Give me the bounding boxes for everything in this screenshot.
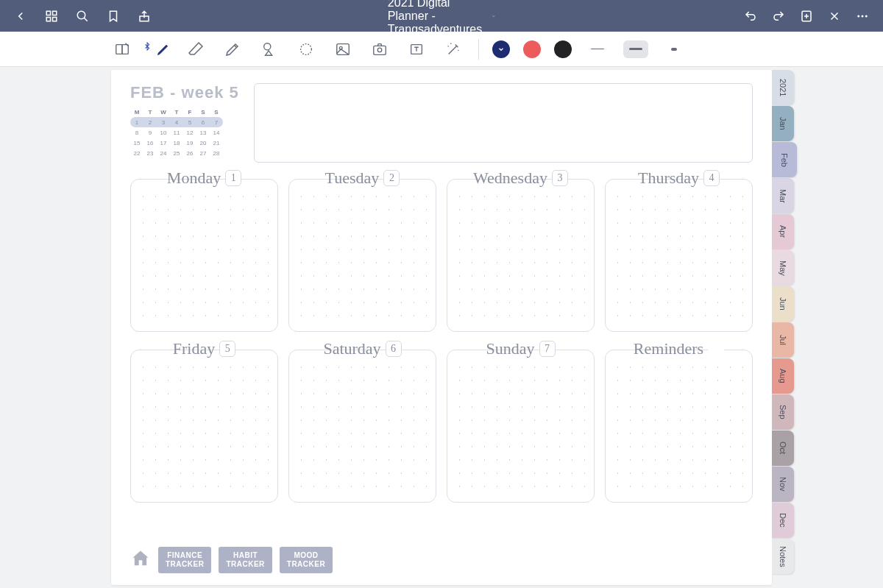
eraser-tool-icon[interactable] [184, 38, 208, 61]
day-number: 3 [552, 170, 568, 186]
color-blue[interactable] [492, 40, 510, 58]
day-name: Monday [167, 169, 221, 188]
tab-jan[interactable]: Jan [772, 106, 794, 141]
tab-feb[interactable]: Feb [772, 142, 797, 177]
day-card-thursday[interactable]: Thursday 4 [605, 171, 753, 332]
svg-point-12 [264, 43, 271, 49]
day-card-friday[interactable]: Friday 5 [130, 342, 278, 503]
tab-mar[interactable]: Mar [772, 178, 794, 213]
close-icon[interactable] [827, 9, 842, 24]
svg-point-9 [865, 15, 868, 17]
pen-tool-icon[interactable] [147, 38, 171, 61]
tab-notes[interactable]: Notes [772, 539, 794, 574]
weekly-notes-box[interactable] [254, 83, 753, 163]
bluetooth-icon [143, 40, 152, 52]
day-number: 2 [383, 170, 400, 186]
tracker-finance[interactable]: FINANCETRACKER [158, 547, 211, 573]
svg-rect-10 [116, 44, 122, 54]
toolbar [0, 32, 883, 67]
svg-point-13 [301, 43, 312, 54]
day-number: 7 [539, 341, 556, 357]
day-name: Wednesday [473, 169, 547, 188]
undo-icon[interactable] [743, 9, 758, 24]
svg-rect-3 [53, 17, 57, 21]
document-title[interactable]: 2021 Digital Planner - Trangsadventures [388, 0, 495, 36]
bookmark-icon[interactable] [106, 9, 121, 24]
svg-rect-2 [46, 17, 50, 21]
line-dot[interactable] [662, 40, 687, 58]
tracker-mood[interactable]: MOODTRACKER [280, 547, 333, 573]
tab-dec[interactable]: Dec [772, 503, 794, 538]
day-name: Saturday [323, 339, 380, 358]
line-medium[interactable] [623, 40, 648, 58]
tab-sep[interactable]: Sep [772, 394, 794, 430]
planner-page: FEB - week 5 MTWTFSS12345678910111213141… [111, 70, 772, 585]
day-name: Tuesday [325, 169, 380, 188]
image-tool-icon[interactable] [331, 38, 355, 61]
tab-jun[interactable]: Jun [772, 286, 794, 322]
mini-calendar[interactable]: MTWTFSS123456789101112131415161718192021… [130, 107, 239, 158]
tab-nov[interactable]: Nov [772, 467, 794, 502]
redo-icon[interactable] [771, 9, 786, 24]
day-name: Friday [173, 339, 215, 358]
day-number: 1 [225, 170, 241, 186]
tab-may[interactable]: May [772, 250, 794, 286]
week-title: FEB - week 5 [130, 83, 239, 102]
svg-rect-16 [374, 46, 386, 54]
add-page-icon[interactable] [799, 9, 814, 24]
line-thin[interactable] [585, 40, 610, 58]
text-tool-icon[interactable] [405, 38, 428, 61]
back-icon[interactable] [13, 9, 28, 24]
color-black[interactable] [554, 40, 572, 58]
day-number: 4 [703, 170, 720, 186]
title-bar: 2021 Digital Planner - Trangsadventures [0, 0, 883, 32]
tab-jul[interactable]: Jul [772, 322, 794, 358]
camera-tool-icon[interactable] [368, 38, 391, 61]
day-name: Reminders [634, 339, 703, 358]
day-card-monday[interactable]: Monday 1 [130, 171, 278, 332]
day-card-saturday[interactable]: Saturday 6 [288, 342, 436, 503]
home-icon[interactable] [130, 548, 151, 572]
tracker-habit[interactable]: HABITTRACKER [219, 547, 272, 573]
wand-tool-icon[interactable] [442, 38, 465, 61]
lasso-tool-icon[interactable] [294, 38, 318, 61]
search-icon[interactable] [75, 9, 90, 24]
svg-point-4 [77, 11, 85, 19]
day-card-tuesday[interactable]: Tuesday 2 [288, 171, 436, 332]
svg-point-8 [862, 15, 864, 17]
side-tabs: 2021JanFebMarAprMayJunJulAugSepOctNovDec… [772, 70, 792, 575]
tab-aug[interactable]: Aug [772, 358, 794, 394]
tab-apr[interactable]: Apr [772, 214, 794, 249]
color-red[interactable] [523, 40, 541, 58]
svg-point-7 [857, 15, 859, 17]
more-icon[interactable] [855, 9, 870, 24]
tab-oct[interactable]: Oct [772, 431, 794, 466]
grid-icon[interactable] [44, 9, 59, 24]
tab-2021[interactable]: 2021 [772, 70, 794, 105]
svg-rect-0 [46, 11, 50, 15]
day-name: Sunday [486, 339, 535, 358]
svg-rect-11 [122, 44, 128, 54]
day-number: 6 [386, 341, 402, 357]
day-name: Thursday [638, 169, 699, 188]
read-mode-icon[interactable] [110, 38, 134, 61]
svg-point-17 [377, 48, 382, 52]
day-card-wednesday[interactable]: Wednesday 3 [447, 171, 595, 332]
share-icon[interactable] [137, 9, 152, 24]
day-card-sunday[interactable]: Sunday 7 [447, 342, 595, 503]
highlighter-tool-icon[interactable] [221, 38, 244, 61]
svg-rect-1 [53, 11, 57, 15]
day-card-reminders[interactable]: Reminders [605, 342, 753, 503]
toolbar-separator [478, 39, 479, 60]
day-number: 5 [219, 341, 235, 357]
shapes-tool-icon[interactable] [258, 38, 281, 61]
